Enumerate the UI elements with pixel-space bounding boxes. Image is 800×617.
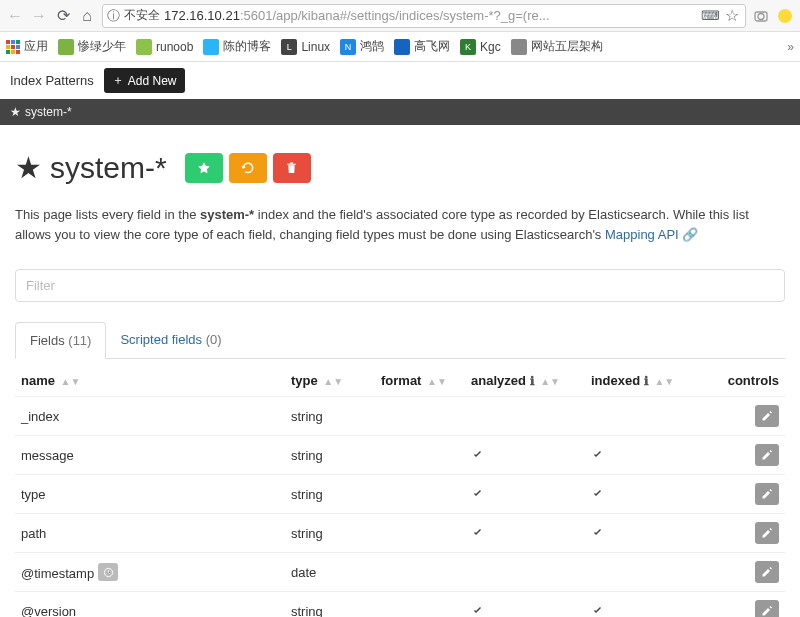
favicon: [58, 39, 74, 55]
field-format: [375, 514, 465, 553]
field-type: date: [285, 553, 375, 592]
field-indexed: [585, 514, 705, 553]
bookmark-item[interactable]: 惨绿少年: [58, 38, 126, 55]
delete-button[interactable]: [273, 153, 311, 183]
bookmarks-overflow[interactable]: »: [787, 40, 794, 54]
table-row: @timestampdate: [15, 553, 785, 592]
field-name: message: [15, 436, 285, 475]
edit-button[interactable]: [755, 405, 779, 427]
refresh-button[interactable]: [229, 153, 267, 183]
tab-scripted-fields[interactable]: Scripted fields (0): [106, 322, 235, 358]
field-analyzed: [465, 397, 585, 436]
mapping-api-link[interactable]: Mapping API: [605, 227, 679, 242]
bookmark-item[interactable]: KKgc: [460, 39, 501, 55]
field-analyzed: [465, 436, 585, 475]
table-row: typestring: [15, 475, 785, 514]
svg-rect-7: [11, 45, 15, 49]
check-icon: [471, 488, 579, 500]
reload-button[interactable]: ⟳: [54, 7, 72, 25]
bookmark-item[interactable]: LLinux: [281, 39, 330, 55]
edit-button[interactable]: [755, 522, 779, 544]
field-controls: [705, 553, 785, 592]
clock-icon: [98, 563, 118, 581]
svg-point-1: [758, 13, 764, 19]
home-button[interactable]: ⌂: [78, 7, 96, 25]
bookmark-item[interactable]: N鸿鹄: [340, 38, 384, 55]
svg-point-2: [778, 9, 792, 23]
field-type: string: [285, 436, 375, 475]
field-format: [375, 397, 465, 436]
favicon: [511, 39, 527, 55]
svg-rect-3: [6, 40, 10, 44]
edit-button[interactable]: [755, 444, 779, 466]
bookmark-item[interactable]: 高飞网: [394, 38, 450, 55]
star-icon: ★: [10, 105, 21, 119]
field-indexed: [585, 553, 705, 592]
field-type: string: [285, 514, 375, 553]
favicon: [203, 39, 219, 55]
field-controls: [705, 592, 785, 618]
field-controls: [705, 514, 785, 553]
add-new-button[interactable]: ＋ Add New: [104, 68, 185, 93]
field-format: [375, 436, 465, 475]
field-name: _index: [15, 397, 285, 436]
check-icon: [591, 527, 699, 539]
extension-icon[interactable]: [752, 7, 770, 25]
tab-fields[interactable]: Fields (11): [15, 322, 106, 359]
star-icon: ★: [15, 150, 42, 185]
field-format: [375, 475, 465, 514]
trash-icon: [285, 161, 298, 175]
edit-button[interactable]: [755, 483, 779, 505]
forward-button[interactable]: →: [30, 7, 48, 25]
table-row: messagestring: [15, 436, 785, 475]
back-button[interactable]: ←: [6, 7, 24, 25]
set-default-button[interactable]: [185, 153, 223, 183]
translate-icon[interactable]: ⌨: [701, 7, 719, 25]
field-name: @timestamp: [15, 553, 285, 592]
field-name: path: [15, 514, 285, 553]
svg-rect-11: [16, 50, 20, 54]
check-icon: [591, 449, 699, 461]
url-bar[interactable]: ⓘ 不安全 172.16.10.21:5601/app/kibana#/sett…: [102, 4, 746, 28]
col-name[interactable]: name ▲▼: [15, 365, 285, 397]
apps-button[interactable]: 应用: [6, 38, 48, 55]
col-analyzed[interactable]: analyzed ℹ ▲▼: [465, 365, 585, 397]
field-analyzed: [465, 553, 585, 592]
sort-icon: ▲▼: [427, 376, 447, 387]
fields-table: name ▲▼ type ▲▼ format ▲▼ analyzed ℹ ▲▼ …: [15, 365, 785, 617]
profile-icon[interactable]: [776, 7, 794, 25]
field-indexed: [585, 475, 705, 514]
sort-icon: ▲▼: [540, 376, 560, 387]
page-topbar: Index Patterns ＋ Add New: [0, 62, 800, 99]
field-controls: [705, 436, 785, 475]
field-analyzed: [465, 514, 585, 553]
col-format[interactable]: format ▲▼: [375, 365, 465, 397]
field-type: string: [285, 475, 375, 514]
favicon: K: [460, 39, 476, 55]
edit-button[interactable]: [755, 600, 779, 617]
col-type[interactable]: type ▲▼: [285, 365, 375, 397]
check-icon: [591, 605, 699, 617]
sort-icon: ▲▼: [61, 376, 81, 387]
filter-input[interactable]: [15, 269, 785, 302]
breadcrumb-text: system-*: [25, 105, 72, 119]
bookmark-item[interactable]: 网站五层架构: [511, 38, 603, 55]
breadcrumb: ★ system-*: [0, 99, 800, 125]
url-text: 172.16.10.21:5601/app/kibana#/settings/i…: [164, 8, 697, 23]
tabs: Fields (11) Scripted fields (0): [15, 322, 785, 359]
bookmark-item[interactable]: 陈的博客: [203, 38, 271, 55]
bookmark-star-icon[interactable]: ☆: [723, 7, 741, 25]
field-analyzed: [465, 592, 585, 618]
svg-rect-4: [11, 40, 15, 44]
external-link-icon: 🔗: [682, 227, 698, 242]
field-type: string: [285, 397, 375, 436]
col-controls: controls: [705, 365, 785, 397]
apps-label: 应用: [24, 38, 48, 55]
col-indexed[interactable]: indexed ℹ ▲▼: [585, 365, 705, 397]
bookmark-item[interactable]: runoob: [136, 39, 193, 55]
sort-icon: ▲▼: [323, 376, 343, 387]
index-patterns-label: Index Patterns: [10, 73, 94, 88]
svg-rect-8: [16, 45, 20, 49]
edit-button[interactable]: [755, 561, 779, 583]
favicon: [394, 39, 410, 55]
